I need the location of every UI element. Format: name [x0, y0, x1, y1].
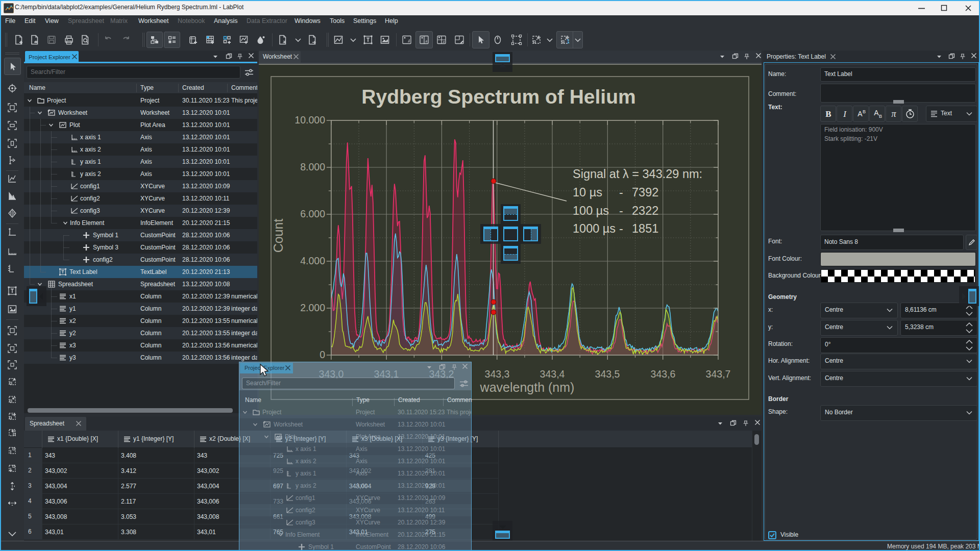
svg-text:0: 0 — [320, 349, 325, 360]
svg-text:Signal at λ = 343.29 nm:: Signal at λ = 343.29 nm: — [573, 167, 702, 181]
svg-text:B: B — [825, 109, 831, 119]
svg-text:B: B — [863, 109, 866, 114]
svg-text:Rydberg Spectrum of Helium: Rydberg Spectrum of Helium — [361, 86, 635, 108]
svg-text:6.000: 6.000 — [300, 208, 325, 219]
svg-text:B: B — [879, 114, 882, 119]
svg-text:343,4: 343,4 — [540, 368, 565, 380]
svg-text:1: 1 — [567, 38, 570, 44]
svg-text:343,7: 343,7 — [706, 368, 731, 380]
svg-text:π: π — [891, 109, 896, 119]
svg-text:4.000: 4.000 — [300, 255, 325, 266]
svg-text:A: A — [857, 110, 863, 118]
svg-text:8.000: 8.000 — [300, 161, 325, 172]
svg-text:1851: 1851 — [632, 222, 658, 235]
svg-text:Count: Count — [271, 219, 285, 253]
svg-text:-: - — [619, 204, 623, 217]
svg-text:1000 µs: 1000 µs — [573, 222, 616, 235]
svg-text:2322: 2322 — [632, 204, 658, 217]
svg-text:-: - — [619, 222, 623, 235]
svg-text:wavelength (nm): wavelength (nm) — [480, 380, 575, 394]
svg-text:343,6: 343,6 — [651, 368, 676, 380]
svg-text:343,3: 343,3 — [485, 368, 510, 380]
svg-text:A: A — [874, 109, 879, 117]
svg-text:10.000: 10.000 — [295, 114, 325, 126]
svg-text:343,5: 343,5 — [595, 368, 620, 380]
svg-text:2.000: 2.000 — [300, 302, 325, 313]
svg-text:10 µs: 10 µs — [573, 186, 602, 199]
svg-text:-: - — [619, 186, 623, 199]
svg-text:100 µs: 100 µs — [573, 204, 609, 217]
svg-text:I: I — [843, 109, 847, 119]
svg-text:7392: 7392 — [632, 186, 658, 199]
